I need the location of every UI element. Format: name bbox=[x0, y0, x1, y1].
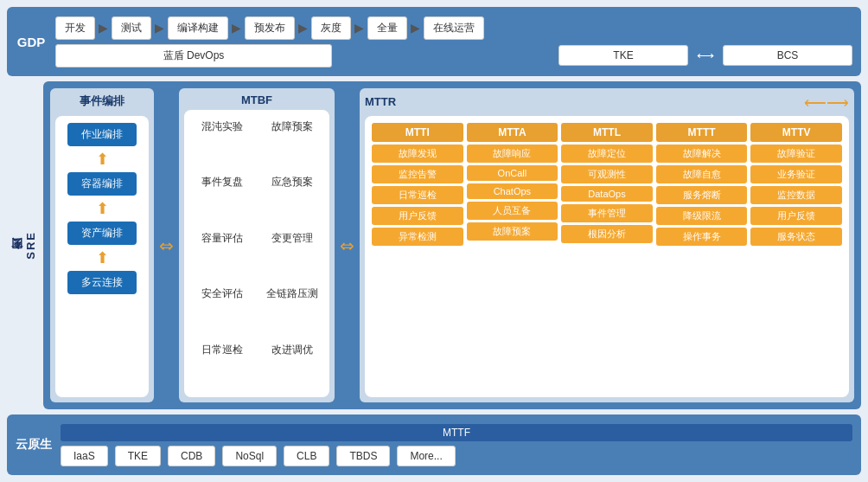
mttf-bar: MTTF bbox=[61, 424, 852, 441]
event-panel: 事件编排 作业编排 ⬆ 容器编排 ⬆ 资产编排 ⬆ 多云连接 bbox=[50, 88, 154, 402]
step-build: 编译构建 bbox=[168, 16, 228, 40]
arrow-6: ▶ bbox=[411, 21, 420, 35]
mtbf-item-2: 事件复盘 bbox=[191, 172, 252, 222]
platform-row: 蓝盾 DevOps TKE ⟷ BCS bbox=[55, 44, 852, 67]
mtbf-panel: MTBF 混沌实验 故障预案 事件复盘 应急预案 容量评估 变更管理 安全评估 … bbox=[179, 88, 335, 402]
mttr-cell-mtti-4: 异常检测 bbox=[372, 228, 463, 246]
arrow-4: ▶ bbox=[298, 21, 308, 35]
gdp-content: 开发 ▶ 测试 ▶ 编译构建 ▶ 预发布 ▶ 灰度 ▶ 全量 ▶ 在线运营 蓝盾… bbox=[55, 16, 852, 67]
cloud-service-2: CDB bbox=[168, 446, 215, 466]
sre-label: 玄图SRE bbox=[7, 81, 38, 409]
arrow-1: ▶ bbox=[99, 21, 108, 35]
event-btn-2: 资产编排 bbox=[67, 222, 137, 245]
connector-icon: ⟷ bbox=[697, 48, 714, 62]
mtbf-item-1: 故障预案 bbox=[261, 117, 322, 167]
mttr-header-mtti: MTTI bbox=[372, 123, 463, 142]
mttr-cell-mttv-0: 故障验证 bbox=[750, 145, 842, 163]
mttr-cell-mtta-3: 人员互备 bbox=[467, 202, 558, 220]
mttr-columns: MTTI 故障发现 监控告警 日常巡检 用户反馈 异常检测 MTTA 故障响应 … bbox=[372, 123, 842, 390]
event-inner: 作业编排 ⬆ 容器编排 ⬆ 资产编排 ⬆ 多云连接 bbox=[55, 116, 149, 397]
mttr-col-mttv: MTTV 故障验证 业务验证 监控数据 用户反馈 服务状态 bbox=[750, 123, 842, 390]
mttr-col-mtti: MTTI 故障发现 监控告警 日常巡检 用户反馈 异常检测 bbox=[372, 123, 463, 390]
pipeline-row: 开发 ▶ 测试 ▶ 编译构建 ▶ 预发布 ▶ 灰度 ▶ 全量 ▶ 在线运营 bbox=[55, 16, 852, 40]
mtbf-item-0: 混沌实验 bbox=[191, 117, 252, 167]
cloud-service-6: More... bbox=[397, 446, 455, 466]
event-arrow-0: ⬆ bbox=[96, 151, 109, 167]
mttr-cell-mtti-0: 故障发现 bbox=[372, 145, 463, 163]
mttr-cell-mtti-1: 监控告警 bbox=[372, 165, 463, 183]
mtbf-item-3: 应急预案 bbox=[261, 172, 322, 222]
event-btn-1: 容器编排 bbox=[67, 172, 137, 196]
gdp-label: GDP bbox=[16, 35, 47, 49]
arrow-3: ▶ bbox=[232, 21, 241, 35]
mttr-title: MTTR bbox=[365, 95, 396, 108]
cloud-content: MTTF IaaS TKE CDB NoSql CLB TBDS More... bbox=[61, 424, 852, 466]
mttr-cell-mttt-1: 故障自愈 bbox=[656, 165, 748, 183]
mttr-cell-mttl-0: 故障定位 bbox=[561, 145, 653, 163]
mttr-header-mtta: MTTA bbox=[467, 123, 558, 142]
mttr-cell-mtta-4: 故障预案 bbox=[467, 222, 558, 241]
mttr-cell-mttl-2: DataOps bbox=[561, 186, 653, 202]
mttr-cell-mtti-2: 日常巡检 bbox=[372, 186, 463, 204]
mttr-cell-mttl-3: 事件管理 bbox=[561, 204, 653, 222]
mttr-header-mttv: MTTV bbox=[750, 123, 842, 142]
platform-bcs: BCS bbox=[723, 45, 852, 66]
mttr-cell-mtta-1: OnCall bbox=[467, 165, 558, 181]
cloud-service-3: NoSql bbox=[222, 446, 277, 466]
cloud-service-5: TBDS bbox=[336, 446, 390, 466]
event-arrow-2: ⬆ bbox=[96, 250, 109, 266]
mtbf-title: MTBF bbox=[184, 93, 329, 106]
cloud-services: IaaS TKE CDB NoSql CLB TBDS More... bbox=[61, 446, 852, 466]
mttr-cell-mttv-3: 用户反馈 bbox=[750, 207, 842, 225]
event-arrow-1: ⬆ bbox=[96, 201, 109, 216]
mtbf-item-6: 安全评估 bbox=[191, 284, 252, 334]
mttr-cell-mttl-1: 可观测性 bbox=[561, 165, 653, 183]
cloud-label: 云原生 bbox=[16, 437, 52, 453]
mttr-content: MTTI 故障发现 监控告警 日常巡检 用户反馈 异常检测 MTTA 故障响应 … bbox=[365, 116, 849, 397]
step-prerelease: 预发布 bbox=[245, 16, 295, 40]
mttr-cell-mttl-4: 根因分析 bbox=[561, 225, 653, 243]
step-online: 在线运营 bbox=[424, 16, 484, 40]
mttr-cell-mtta-2: ChatOps bbox=[467, 183, 558, 199]
mttr-header-mttl: MTTL bbox=[561, 123, 653, 142]
step-develop: 开发 bbox=[55, 16, 95, 40]
mttr-cell-mtta-0: 故障响应 bbox=[467, 145, 558, 163]
event-title: 事件编排 bbox=[80, 93, 124, 109]
middle-section: 玄图SRE 事件编排 作业编排 ⬆ 容器编排 ⬆ 资产编排 ⬆ 多云连接 ⇔ bbox=[7, 81, 861, 409]
mttr-header-mttt: MTTT bbox=[656, 123, 748, 142]
mttr-cell-mttt-2: 服务熔断 bbox=[656, 186, 748, 204]
event-btn-0: 作业编排 bbox=[67, 123, 137, 146]
main-container: GDP 开发 ▶ 测试 ▶ 编译构建 ▶ 预发布 ▶ 灰度 ▶ 全量 ▶ 在线运… bbox=[0, 0, 868, 482]
cloud-service-1: TKE bbox=[115, 446, 161, 466]
mtbf-item-8: 日常巡检 bbox=[191, 340, 252, 390]
mttr-cell-mtti-3: 用户反馈 bbox=[372, 207, 463, 225]
mttr-col-mttt: MTTT 故障解决 故障自愈 服务熔断 降级限流 操作事务 bbox=[656, 123, 748, 390]
mttr-cell-mttt-0: 故障解决 bbox=[656, 145, 748, 163]
mttr-col-mtta: MTTA 故障响应 OnCall ChatOps 人员互备 故障预案 bbox=[467, 123, 558, 390]
mttr-double-arrow: ⟵⟶ bbox=[804, 93, 849, 112]
arrow-5: ▶ bbox=[354, 21, 364, 35]
mtbf-item-9: 改进调优 bbox=[261, 340, 322, 390]
connector-event-mtbf: ⇔ bbox=[159, 88, 174, 402]
mttr-col-mttl: MTTL 故障定位 可观测性 DataOps 事件管理 根因分析 bbox=[561, 123, 653, 390]
mttr-panel: MTTR ⟵⟶ MTTI 故障发现 监控告警 日常巡检 用户反馈 异常检测 bbox=[360, 88, 854, 402]
step-test: 测试 bbox=[112, 16, 151, 40]
mttr-cell-mttt-4: 操作事务 bbox=[656, 228, 748, 246]
event-btn-3: 多云连接 bbox=[67, 271, 137, 294]
connector-mtbf-mttr: ⇔ bbox=[340, 88, 354, 402]
sre-label-text: 玄图SRE bbox=[9, 231, 37, 260]
sre-inner: 事件编排 作业编排 ⬆ 容器编排 ⬆ 资产编排 ⬆ 多云连接 ⇔ MTBF 混沌… bbox=[43, 81, 861, 409]
cloud-service-4: CLB bbox=[284, 446, 329, 466]
mtbf-grid: 混沌实验 故障预案 事件复盘 应急预案 容量评估 变更管理 安全评估 全链路压测… bbox=[184, 110, 329, 397]
mttr-cell-mttv-2: 监控数据 bbox=[750, 186, 842, 204]
mttr-cell-mttv-4: 服务状态 bbox=[750, 228, 842, 246]
cloud-section: 云原生 MTTF IaaS TKE CDB NoSql CLB TBDS Mor… bbox=[7, 415, 861, 475]
mtbf-item-4: 容量评估 bbox=[191, 228, 252, 279]
mtbf-item-7: 全链路压测 bbox=[261, 284, 322, 334]
mttr-cell-mttt-3: 降级限流 bbox=[656, 207, 748, 225]
cloud-service-0: IaaS bbox=[61, 446, 108, 466]
mtbf-item-5: 变更管理 bbox=[261, 228, 322, 279]
step-full: 全量 bbox=[367, 16, 407, 40]
mttr-cell-mttv-1: 业务验证 bbox=[750, 165, 842, 183]
gdp-section: GDP 开发 ▶ 测试 ▶ 编译构建 ▶ 预发布 ▶ 灰度 ▶ 全量 ▶ 在线运… bbox=[7, 7, 861, 76]
